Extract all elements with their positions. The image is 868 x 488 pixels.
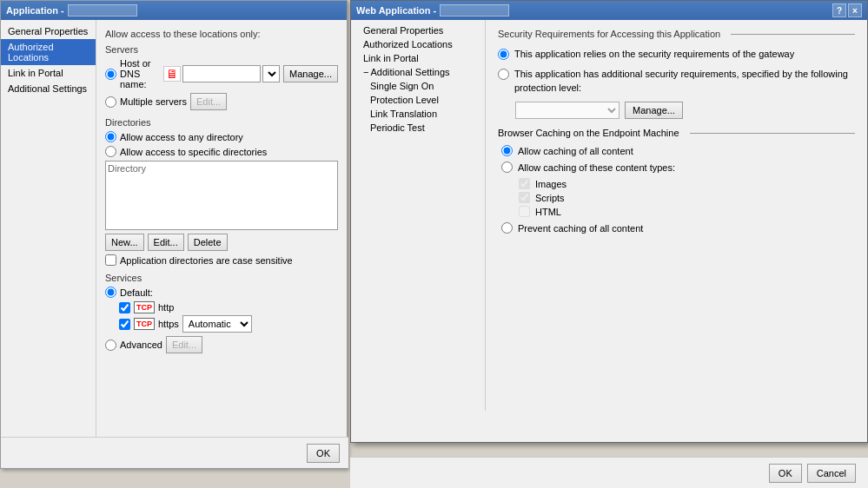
web-title-input[interactable]: [440, 4, 509, 16]
tree-general[interactable]: General Properties: [351, 23, 485, 37]
sidebar-item-authorized[interactable]: Authorized Locations: [1, 39, 96, 65]
servers-header: Servers: [105, 44, 338, 55]
images-checkbox[interactable]: [519, 178, 530, 189]
security-radio2[interactable]: [498, 69, 509, 80]
tcp-http-badge: TCP: [134, 301, 155, 313]
allow-any-radio[interactable]: [105, 131, 116, 142]
web-titlebar: Web Application - ? ×: [351, 1, 867, 20]
allow-types-row: Allow caching of these content types:: [501, 162, 855, 173]
sidebar-item-link[interactable]: Link in Portal: [1, 65, 96, 81]
directories-header: Directories: [105, 117, 338, 128]
allow-specific-radio[interactable]: [105, 146, 116, 157]
app-ok-btn[interactable]: OK: [307, 444, 340, 463]
security-radio1[interactable]: [498, 49, 509, 60]
directories-section: Directories Allow access to any director…: [105, 117, 338, 266]
https-checkbox[interactable]: [119, 319, 130, 330]
https-dropdown[interactable]: Automatic: [182, 315, 252, 333]
delete-dir-btn[interactable]: Delete: [188, 234, 228, 251]
scripts-checkbox[interactable]: [519, 192, 530, 203]
tree-link-translation[interactable]: Link Translation: [351, 107, 485, 121]
sidebar-item-additional[interactable]: Additional Settings: [1, 81, 96, 96]
dns-input[interactable]: [182, 65, 261, 82]
html-row: HTML: [519, 206, 855, 217]
web-bottom-bar: OK Cancel: [350, 457, 868, 488]
sidebar-item-general[interactable]: General Properties: [1, 23, 96, 39]
host-dns-row: Host or DNS name: 🖥 ▼ Manage...: [105, 58, 338, 89]
case-sensitive-row: Application directories are case sensiti…: [105, 254, 338, 266]
allow-types-radio[interactable]: [501, 162, 513, 173]
security-section-line: [731, 34, 855, 35]
manage-servers-btn[interactable]: Manage...: [283, 65, 338, 82]
https-label: https: [158, 319, 179, 329]
allow-types-label: Allow caching of these content types:: [518, 162, 675, 173]
advanced-label: Advanced: [120, 340, 162, 350]
advanced-radio[interactable]: [105, 340, 116, 351]
host-radio[interactable]: [105, 69, 116, 80]
host-radio-label: Host or DNS name:: [120, 58, 160, 89]
prevent-caching-label: Prevent caching of all content: [518, 223, 643, 234]
protection-manage-btn[interactable]: Manage...: [625, 102, 683, 119]
app-title-label: Application -: [6, 5, 64, 16]
browser-section-line: [690, 133, 855, 134]
application-window: Application - General Properties Authori…: [0, 0, 348, 469]
allow-specific-label: Allow access to specific directories: [120, 147, 267, 157]
dir-column-header: Directory: [108, 163, 335, 174]
case-sensitive-checkbox[interactable]: [105, 254, 116, 266]
web-title-left: Web Application -: [356, 4, 509, 16]
security-radio2-row: This application has additional security…: [498, 68, 855, 95]
web-main-content: Security Requirements for Accessing this…: [486, 20, 867, 411]
tree-authorized[interactable]: Authorized Locations: [351, 37, 485, 51]
images-row: Images: [519, 178, 855, 189]
https-row: TCP https Automatic: [105, 315, 338, 333]
default-service-radio[interactable]: [105, 287, 116, 298]
servers-section: Servers Host or DNS name: 🖥 ▼ Manage...: [105, 44, 338, 110]
web-sidebar: General Properties Authorized Locations …: [351, 20, 486, 411]
title-buttons: ? ×: [832, 3, 862, 17]
help-btn[interactable]: ?: [832, 3, 846, 17]
web-cancel-btn[interactable]: Cancel: [807, 464, 856, 483]
tree-link-portal[interactable]: Link in Portal: [351, 51, 485, 65]
app-main-content: Allow access to these locations only: Se…: [96, 20, 347, 468]
allow-all-label: Allow caching of all content: [518, 146, 633, 156]
app-titlebar: Application -: [1, 1, 347, 20]
app-bottom-bar: OK: [1, 437, 348, 468]
app-sidebar: General Properties Authorized Locations …: [1, 20, 96, 468]
allow-all-radio[interactable]: [501, 145, 513, 156]
allow-any-label: Allow access to any directory: [120, 132, 243, 142]
tree-protection-level[interactable]: Protection Level: [351, 93, 485, 107]
edit-dir-btn[interactable]: Edit...: [148, 234, 184, 251]
html-label: HTML: [535, 207, 561, 217]
multiple-servers-row: Multiple servers Edit...: [105, 93, 338, 110]
html-checkbox[interactable]: [519, 206, 530, 217]
close-btn[interactable]: ×: [848, 3, 862, 17]
web-app-window: Web Application - ? × General Properties…: [350, 0, 868, 443]
browser-caching-section: Browser Caching on the Endpoint Machine …: [498, 128, 855, 234]
tree-periodic-test[interactable]: Periodic Test: [351, 121, 485, 135]
security-radio2-label: This application has additional security…: [514, 68, 855, 95]
edit-servers-btn[interactable]: Edit...: [190, 93, 227, 110]
edit-advanced-btn[interactable]: Edit...: [166, 336, 202, 353]
allow-specific-dir-row: Allow access to specific directories: [105, 146, 338, 157]
protection-dropdown[interactable]: [515, 102, 620, 119]
scripts-row: Scripts: [519, 192, 855, 203]
services-header: Services: [105, 273, 338, 283]
http-label: http: [158, 302, 174, 313]
advanced-row: Advanced Edit...: [105, 336, 338, 353]
app-title-input[interactable]: [68, 4, 137, 16]
security-section-title: Security Requirements for Accessing this…: [498, 29, 720, 39]
host-icon: 🖥: [163, 66, 181, 82]
images-label: Images: [535, 179, 567, 189]
content-type-checkboxes: Images Scripts HTML: [519, 178, 855, 217]
tcp-https-badge: TCP: [134, 318, 155, 330]
prevent-caching-radio[interactable]: [501, 222, 513, 234]
http-checkbox[interactable]: [119, 302, 130, 313]
multiple-servers-radio[interactable]: [105, 96, 116, 108]
access-label: Allow access to these locations only:: [105, 29, 338, 39]
security-radio1-row: This application relies on the security …: [498, 48, 855, 61]
tree-additional-settings[interactable]: − Additional Settings: [351, 65, 485, 79]
new-dir-btn[interactable]: New...: [105, 234, 144, 251]
dns-dropdown[interactable]: ▼: [262, 65, 280, 82]
browser-section-title: Browser Caching on the Endpoint Machine: [498, 128, 679, 138]
tree-single-sign-on[interactable]: Single Sign On: [351, 79, 485, 93]
web-ok-btn[interactable]: OK: [769, 464, 802, 483]
